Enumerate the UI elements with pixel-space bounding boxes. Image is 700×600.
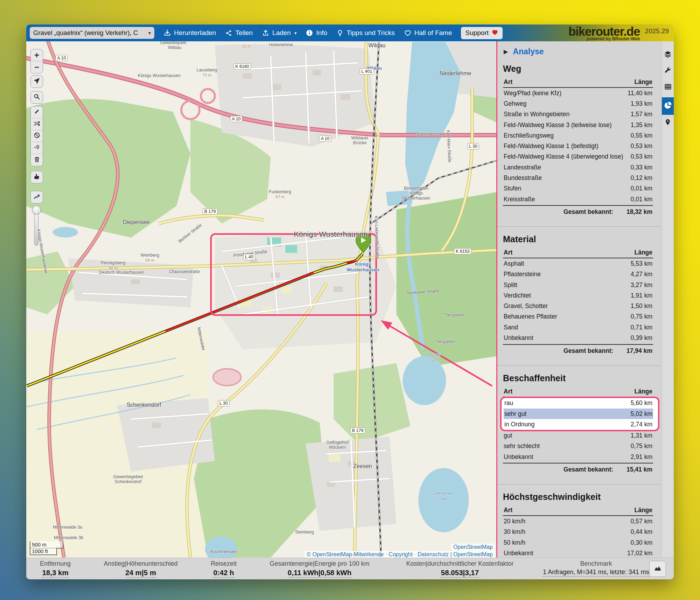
delete-button[interactable] xyxy=(31,154,43,166)
table-row[interactable]: Feld-/Waldweg Klasse 4 (überwiegend lose… xyxy=(503,152,653,162)
stat-value[interactable]: 1 Anfragen, M=341 ms, letzte: 341 ms xyxy=(543,568,649,577)
table-row[interactable]: Erschließungsweg0,55 km xyxy=(503,130,653,141)
stat-value[interactable]: 0:42 h xyxy=(213,568,234,578)
table-row[interactable]: Sand0,71 km xyxy=(503,322,653,333)
attribution-layer-link[interactable]: OpenStreetMap xyxy=(451,544,495,551)
stat-block: Kosten|durchschnittlicher Kostenfaktor58… xyxy=(406,560,514,578)
brand[interactable]: bikerouter.de powered by BRouter-Web 202… xyxy=(568,26,669,41)
attribution-links[interactable]: © OpenStreetMap-Mitwirkende · Copyright … xyxy=(304,551,495,558)
slider-thumb[interactable] xyxy=(32,205,41,214)
row-laenge: 5,53 km xyxy=(631,260,652,267)
share-label: Teilen xyxy=(235,29,253,37)
chevron-down-icon: ▾ xyxy=(148,30,151,36)
row-art: gut xyxy=(504,432,512,439)
table-row[interactable]: Feld-/Waldweg Klasse 3 (teilweise lose)1… xyxy=(503,120,653,130)
hall-of-fame-button[interactable]: Hall of Fame xyxy=(404,29,452,37)
location-pin-button[interactable] xyxy=(662,117,674,129)
profile-dropdown[interactable]: Gravel „quaelnix“ (wenig Verkehr), C ▾ xyxy=(30,27,154,39)
table-row[interactable]: sehr gut5,02 km xyxy=(504,409,653,419)
support-button[interactable]: Support xyxy=(461,27,503,39)
analyse-header[interactable]: ▶ Analyse xyxy=(504,47,653,56)
table-row[interactable]: Kreisstraße0,01 km xyxy=(503,194,653,204)
table-row[interactable]: Straße in Wohngebieten1,57 km xyxy=(503,109,653,120)
table-row[interactable]: 20 km/h0,57 km xyxy=(503,516,653,526)
map[interactable]: WildauWildauHoherlehme72 mGewerbeparkWil… xyxy=(26,41,497,558)
elevation-chart-button[interactable] xyxy=(31,191,43,203)
stat-value[interactable]: 18,3 km xyxy=(42,568,68,578)
draw-route-button[interactable] xyxy=(31,106,43,118)
table-row[interactable]: Stufen0,01 km xyxy=(503,183,653,194)
download-button[interactable]: Herunterladen xyxy=(163,29,216,37)
table-row[interactable]: Behauenes Pflaster0,75 km xyxy=(503,312,653,322)
share-button[interactable]: Teilen xyxy=(225,29,253,37)
table-row[interactable]: Splitt3,27 km xyxy=(503,280,653,290)
row-laenge: 1,57 km xyxy=(631,111,652,118)
tips-label: Tipps und Tricks xyxy=(346,29,395,37)
tips-button[interactable]: Tipps und Tricks xyxy=(336,29,395,37)
info-button[interactable]: Info xyxy=(306,29,327,37)
upload-icon xyxy=(262,29,270,37)
table-row[interactable]: Feld-/Waldweg Klasse 1 (befestigt)0,53 k… xyxy=(503,141,653,151)
table-row[interactable]: Unbekannt17,02 km xyxy=(503,548,653,558)
table-row[interactable]: Gehweg1,93 km xyxy=(503,98,653,109)
data-table-button[interactable] xyxy=(662,81,674,93)
col-art: Art xyxy=(504,388,512,395)
table-row[interactable]: Weg/Pfad (keine Kfz)11,40 km xyxy=(503,88,653,98)
stat-label: Benchmark xyxy=(543,560,649,567)
stat-label: Gesamtenergie|Energie pro 100 km xyxy=(270,560,370,567)
table-row[interactable]: sehr schlecht0,75 km xyxy=(503,441,653,452)
row-art: Straße in Wohngebieten xyxy=(504,111,569,118)
search-icon xyxy=(33,93,40,102)
table-row[interactable]: Gravel, Schotter1,50 km xyxy=(503,301,653,311)
total-row: Gesamt bekannt:17,94 km xyxy=(503,344,653,358)
table-row[interactable]: 50 km/h0,30 km xyxy=(503,537,653,548)
opacity-slider[interactable] xyxy=(32,207,41,246)
analysis-pie-button[interactable] xyxy=(662,97,674,115)
table-row[interactable]: Unbekannt0,39 km xyxy=(503,333,653,343)
ban-icon xyxy=(34,132,40,140)
locate-button[interactable] xyxy=(31,76,43,88)
reroute-button[interactable] xyxy=(31,118,43,130)
avoid-area-button[interactable] xyxy=(31,130,43,142)
section-title: Beschaffenheit xyxy=(503,373,653,383)
table-row[interactable]: Bundesstraße0,12 km xyxy=(503,173,653,183)
row-art: 20 km/h xyxy=(504,518,525,525)
table-row[interactable]: 30 km/h0,44 km xyxy=(503,527,653,537)
zoom-in-button[interactable]: + xyxy=(31,49,43,61)
pie-chart-icon xyxy=(664,101,672,111)
stat-block: Gesamtenergie|Energie pro 100 km0,11 kWh… xyxy=(270,560,370,578)
table-row[interactable]: Unbekannt2,91 km xyxy=(503,452,653,462)
stat-value[interactable]: 0,11 kWh|0,58 kWh xyxy=(288,568,351,578)
stat-value[interactable]: 58.053|3,17 xyxy=(441,568,479,578)
stat-block: Reisezeit0:42 h xyxy=(211,560,237,578)
table-row[interactable]: Pflastersteine4,27 km xyxy=(503,269,653,280)
table-row[interactable]: Landesstraße0,33 km xyxy=(503,162,653,173)
layers-button[interactable] xyxy=(662,49,674,61)
settings-button[interactable] xyxy=(662,65,674,77)
pointing-hand-button[interactable] xyxy=(31,171,43,183)
table-header: ArtLänge xyxy=(503,386,653,397)
shuffle-icon xyxy=(33,120,40,128)
col-laenge: Länge xyxy=(634,388,652,395)
section-title: Material xyxy=(503,234,653,244)
table-row[interactable]: gut1,31 km xyxy=(503,431,653,441)
col-laenge: Länge xyxy=(634,507,652,514)
stat-block: Entfernung18,3 km xyxy=(40,560,71,578)
zoom-out-button[interactable]: − xyxy=(31,61,43,73)
table-row[interactable]: rau5,60 km xyxy=(504,398,653,409)
load-button[interactable]: Laden ▾ xyxy=(262,29,296,37)
col-art: Art xyxy=(504,507,512,514)
table-row[interactable]: in Ordnung2,74 km xyxy=(504,419,653,430)
trash-icon xyxy=(34,156,40,164)
table-row[interactable]: Verdichtet1,91 km xyxy=(503,290,653,301)
row-laenge: 0,55 km xyxy=(631,132,652,139)
table-row[interactable]: Asphalt5,53 km xyxy=(503,258,653,269)
heart-red-icon xyxy=(491,29,498,37)
minus-icon: − xyxy=(34,63,39,71)
stat-value[interactable]: 24 m|5 m xyxy=(125,568,156,578)
row-laenge: 17,02 km xyxy=(627,550,652,557)
row-art: Stufen xyxy=(504,185,522,192)
elevation-profile-button[interactable] xyxy=(649,561,666,577)
poi-button[interactable] xyxy=(31,142,43,154)
search-button[interactable] xyxy=(31,91,43,103)
